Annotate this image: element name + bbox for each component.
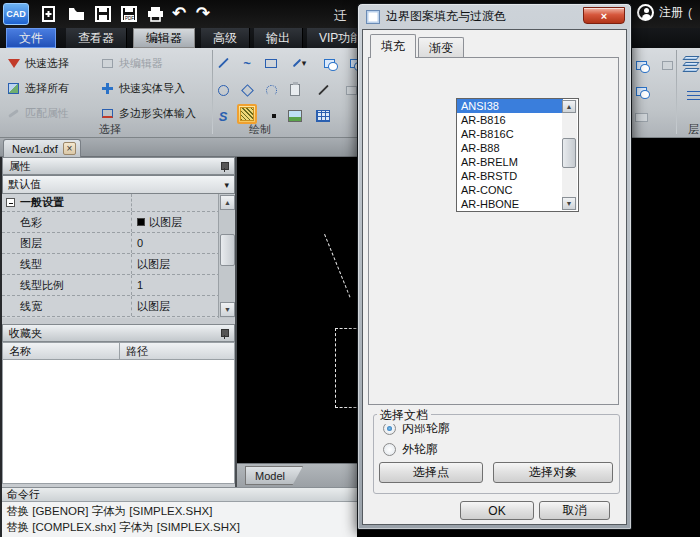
tab-gradient[interactable]: 渐变	[418, 37, 464, 59]
ribbon-quick-entity-import[interactable]: 快速实体导入	[100, 81, 185, 96]
property-row-linetype[interactable]: 线型 以图层	[2, 254, 235, 275]
draw-pen-line-button[interactable]	[312, 79, 334, 101]
radio-outer-contour[interactable]: 外轮廓	[383, 441, 438, 458]
undo-button[interactable]: ↶	[168, 4, 190, 24]
property-row-lineweight[interactable]: 线宽 以图层	[2, 296, 235, 317]
draw-arc-button[interactable]	[260, 79, 282, 101]
property-section-row[interactable]: 一般设置	[2, 194, 235, 212]
menu-viewer[interactable]: 查看器	[66, 28, 127, 48]
column-name[interactable]: 名称	[2, 342, 120, 360]
scroll-down-icon[interactable]: ▼	[562, 197, 576, 210]
pick-object-button[interactable]: 选择对象	[493, 462, 613, 483]
draw-rectangle-button[interactable]	[260, 52, 282, 74]
document-tab-new1[interactable]: New1.dxf ×	[3, 139, 81, 157]
favorites-list-empty[interactable]	[2, 360, 235, 484]
column-path[interactable]: 路径	[120, 342, 235, 360]
draw-block-import-button[interactable]	[318, 52, 340, 74]
pattern-option-selected[interactable]: ANSI38	[457, 99, 563, 113]
register-button[interactable]: 注册 (	[637, 4, 692, 21]
pattern-dropdown-list: ANSI38 AR-B816 AR-B816C AR-B88 AR-BRELM …	[456, 98, 579, 212]
model-tab-label: Model	[255, 470, 285, 482]
draw-hatch-button-active[interactable]	[237, 104, 257, 124]
boundary-group-label: 选择文档	[377, 407, 431, 424]
right-tool-3[interactable]	[630, 80, 652, 102]
scroll-down-icon[interactable]: ▼	[220, 302, 235, 317]
pin-icon[interactable]	[220, 329, 228, 339]
layer-list-button[interactable]	[682, 84, 700, 106]
right-tool-1[interactable]	[630, 54, 652, 76]
scroll-up-icon[interactable]: ▲	[562, 100, 576, 113]
ribbon-match-properties[interactable]: 匹配属性	[6, 106, 69, 121]
ok-button[interactable]: OK	[460, 501, 534, 520]
app-logo-icon[interactable]: CAD	[3, 3, 29, 25]
property-row-layer[interactable]: 图层 0	[2, 233, 235, 254]
new-file-button[interactable]	[38, 4, 60, 24]
tab-fill[interactable]: 填充	[370, 34, 416, 58]
favorites-panel-header[interactable]: 收藏夹	[2, 324, 235, 342]
ribbon-item-label: 块编辑器	[119, 56, 163, 71]
pattern-option[interactable]: AR-B88	[457, 141, 578, 155]
pattern-option[interactable]: AR-HBONE	[457, 197, 578, 211]
command-line-header[interactable]: 命令行	[2, 487, 357, 502]
draw-polygon-button[interactable]	[236, 79, 258, 101]
menu-advanced[interactable]: 高级	[201, 28, 250, 48]
property-row-ltscale[interactable]: 线型比例 1	[2, 275, 235, 296]
draw-table-button[interactable]	[312, 105, 334, 127]
pattern-option[interactable]: AR-CONC	[457, 183, 578, 197]
draw-polyline-button[interactable]: ~	[236, 52, 258, 74]
pick-point-button[interactable]: 选择点	[379, 462, 483, 483]
menu-output[interactable]: 输出	[254, 28, 303, 48]
save-as-pdf-button[interactable]: PDF	[118, 4, 140, 24]
scroll-thumb[interactable]	[562, 138, 576, 168]
dashed-line-entity[interactable]	[324, 234, 350, 297]
ribbon-polygon-entity-input[interactable]: 多边形实体输入	[100, 106, 196, 121]
draw-paste-button[interactable]	[284, 79, 306, 101]
pattern-option[interactable]: AR-B816C	[457, 127, 578, 141]
list-icon	[687, 90, 700, 100]
chevron-down-icon: ▾	[302, 58, 307, 68]
scroll-thumb[interactable]	[220, 234, 235, 266]
property-row-color[interactable]: 色彩 以图层	[2, 212, 235, 233]
list-scrollbar[interactable]: ▲ ▼	[562, 100, 577, 210]
ribbon-item-label: 匹配属性	[25, 106, 69, 121]
pattern-option[interactable]: AR-BRSTD	[457, 169, 578, 183]
save-button[interactable]	[92, 4, 114, 24]
ribbon-item-label: 多边形实体输入	[119, 106, 196, 121]
layers-button[interactable]	[684, 56, 698, 72]
open-file-button[interactable]	[65, 4, 87, 24]
pattern-option[interactable]: AR-B816	[457, 113, 578, 127]
right-tool-4[interactable]	[630, 106, 652, 128]
layers-icon	[682, 68, 699, 72]
close-tab-icon[interactable]: ×	[63, 142, 76, 155]
ribbon-select-all[interactable]: 选择所有	[6, 81, 69, 96]
chevron-down-icon: ▾	[224, 180, 229, 190]
menu-file[interactable]: 文件	[6, 28, 56, 48]
property-label: 图层	[2, 233, 132, 253]
model-tab[interactable]: Model	[245, 466, 303, 485]
right-tool-2[interactable]	[656, 54, 678, 76]
properties-panel-header[interactable]: 属性	[2, 157, 235, 175]
block-editor-icon	[100, 56, 115, 71]
command-line-panel: 命令行 替换 [GBENOR] 字体为 [SIMPLEX.SHX] 替换 [CO…	[0, 487, 357, 537]
cancel-button[interactable]: 取消	[539, 501, 610, 520]
redo-button[interactable]: ↷	[192, 4, 214, 24]
color-swatch	[137, 218, 145, 226]
draw-line-button[interactable]	[212, 52, 234, 74]
print-button[interactable]	[144, 4, 166, 24]
property-label: 线型比例	[2, 275, 132, 295]
draw-group-label: 绘制	[230, 122, 290, 137]
dialog-title-bar[interactable]: 边界图案填充与过渡色	[366, 8, 506, 25]
pattern-option[interactable]: AR-BRELM	[457, 155, 578, 169]
ribbon-quick-select[interactable]: 快速选择	[6, 56, 69, 71]
collapse-icon[interactable]	[6, 198, 15, 207]
preset-dropdown[interactable]: 默认值 ▾	[2, 175, 235, 194]
menu-editor[interactable]: 编辑器	[133, 28, 195, 48]
multiline-icon	[292, 59, 300, 67]
draw-circle-button[interactable]	[212, 79, 234, 101]
ribbon-block-editor[interactable]: 块编辑器	[100, 56, 163, 71]
dialog-close-button[interactable]: ×	[583, 7, 625, 24]
property-scrollbar[interactable]: ▲ ▼	[218, 194, 235, 318]
scroll-up-icon[interactable]: ▲	[220, 195, 235, 210]
pin-icon[interactable]	[220, 162, 228, 172]
draw-multiline-button[interactable]: ▾	[284, 52, 314, 74]
